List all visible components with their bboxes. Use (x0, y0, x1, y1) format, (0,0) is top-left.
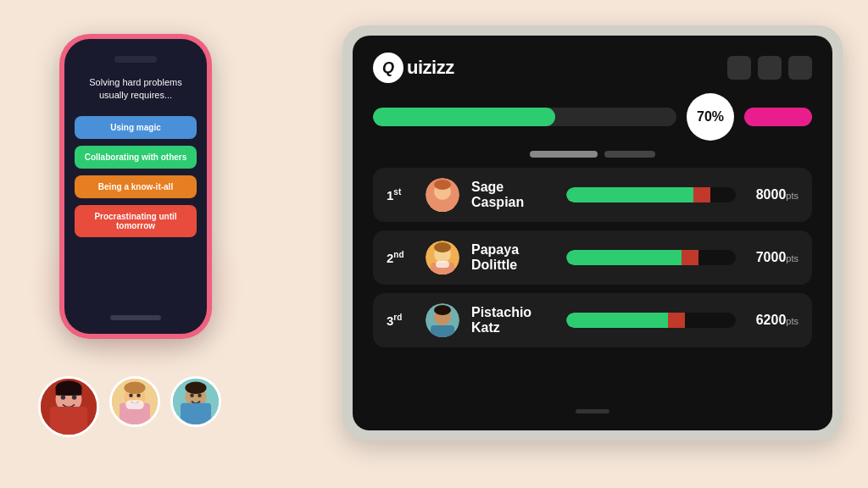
progress-fill (373, 108, 555, 126)
player-avatar-1 (426, 178, 459, 212)
answer-btn-3[interactable]: Being a know-it-all (75, 175, 197, 198)
quizizz-logo: Q uizizz (373, 53, 454, 83)
player-name-1: Sage Caspian (471, 180, 554, 210)
svg-point-19 (190, 394, 194, 398)
phone-notch (114, 56, 157, 63)
svg-rect-37 (431, 325, 454, 337)
avatars-row (38, 376, 221, 437)
table-row: 3rd Pistachio Katz (373, 293, 812, 347)
score-1: 8000pts (748, 187, 798, 202)
header-btn-3[interactable] (788, 56, 812, 80)
table-row: 2nd Papaya Dolittle (373, 230, 812, 285)
phone-mockup: Solving hard problems usually requires..… (51, 34, 220, 356)
score-bar-2 (566, 250, 736, 265)
score-bar-green-1 (566, 187, 693, 202)
progress-right-bar (744, 108, 812, 126)
logo-q-circle: Q (373, 53, 403, 83)
score-3: 6200pts (748, 313, 798, 328)
score-bar-red-3 (668, 313, 685, 328)
svg-point-4 (72, 395, 77, 400)
svg-rect-33 (436, 261, 449, 268)
svg-point-11 (129, 394, 133, 398)
svg-rect-5 (50, 407, 87, 435)
svg-point-22 (185, 382, 206, 394)
table-row: 1st Sage Caspian (373, 168, 812, 222)
score-bar-3 (566, 313, 736, 328)
player-name-2: Papaya Dolittle (471, 242, 554, 273)
svg-point-27 (434, 180, 451, 190)
rank-2: 2nd (387, 250, 414, 265)
svg-rect-26 (431, 200, 454, 212)
rank-3: 3rd (387, 313, 414, 328)
player-name-3: Pistachio Katz (471, 305, 554, 336)
svg-rect-7 (56, 386, 82, 396)
tablet-mockup: Q uizizz 70% (342, 25, 843, 441)
svg-point-14 (124, 382, 145, 394)
progress-row: 70% (373, 93, 812, 141)
tab-inactive[interactable] (604, 151, 655, 158)
logo-text: uizizz (407, 57, 454, 79)
svg-point-32 (434, 242, 451, 252)
avatar-1 (38, 376, 99, 437)
leaderboard: 1st Sage Caspian (373, 168, 812, 399)
score-2: 7000pts (748, 250, 798, 265)
header-btn-2[interactable] (758, 56, 782, 80)
tablet-frame: Q uizizz 70% (342, 25, 843, 441)
score-bar-red-2 (682, 250, 698, 265)
phone-bottom-bar (110, 315, 161, 320)
progress-percent: 70% (687, 93, 734, 141)
svg-rect-15 (125, 400, 144, 409)
avatar-2 (109, 376, 160, 427)
tablet-header: Q uizizz (373, 53, 812, 83)
answer-btn-4[interactable]: Procrastinating until tomorrow (75, 205, 197, 237)
phone-screen: Solving hard problems usually requires..… (64, 39, 207, 334)
tab-active[interactable] (530, 151, 598, 158)
player-avatar-2 (426, 241, 459, 274)
tablet-screen: Q uizizz 70% (353, 36, 832, 430)
svg-point-12 (136, 394, 141, 398)
player-avatar-3 (426, 303, 459, 337)
header-btn-1[interactable] (727, 56, 751, 80)
tablet-handle (576, 409, 609, 413)
answer-btn-1[interactable]: Using magic (75, 116, 197, 139)
score-bar-green-3 (566, 313, 668, 328)
phone-frame: Solving hard problems usually requires..… (59, 34, 212, 339)
avatar-3 (170, 376, 221, 427)
svg-point-38 (434, 305, 451, 315)
svg-point-20 (198, 394, 202, 398)
svg-point-3 (61, 395, 66, 400)
svg-rect-21 (181, 403, 211, 424)
progress-track (373, 108, 676, 126)
header-buttons (727, 56, 812, 80)
tabs-row (373, 151, 812, 158)
answer-btn-2[interactable]: Collaborating with others (75, 146, 197, 169)
score-bar-red-1 (693, 187, 710, 202)
score-bar-1 (566, 187, 736, 202)
score-bar-green-2 (566, 250, 682, 265)
phone-question: Solving hard problems usually requires..… (75, 76, 197, 103)
rank-1: 1st (387, 187, 414, 202)
